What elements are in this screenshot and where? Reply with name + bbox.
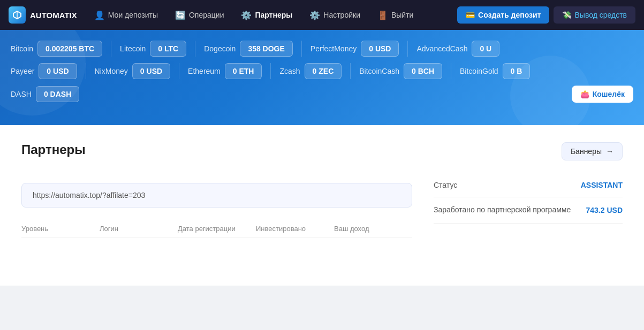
dash-label: DASH bbox=[11, 90, 32, 98]
perfectmoney-label: PerfectMoney bbox=[310, 44, 357, 53]
status-label: Статус bbox=[434, 181, 457, 189]
nav-logout[interactable]: 🚪 Выйти bbox=[371, 7, 420, 24]
balance-row-1: Bitcoin 0.002205 BTC Litecoin 0 LTC Doge… bbox=[11, 41, 633, 57]
earned-label: Заработано по партнерской программе bbox=[434, 205, 571, 216]
partners-header: Партнеры bbox=[21, 142, 412, 170]
dogecoin-label: Dogecoin bbox=[204, 44, 236, 53]
zcash-value: 0 ZEC bbox=[305, 63, 342, 79]
col-level: Уровень bbox=[21, 225, 100, 233]
col-login: Логин bbox=[100, 225, 178, 233]
balance-bitcoin: Bitcoin 0.002205 BTC bbox=[11, 41, 102, 57]
affiliate-link-text: https://automatix.top/?affilate=203 bbox=[33, 191, 145, 199]
create-deposit-button[interactable]: 💳 Создать депозит bbox=[457, 6, 549, 24]
bitcoincash-value: 0 BCH bbox=[404, 63, 442, 79]
main-content: Партнеры https://automatix.top/?affilate… bbox=[0, 125, 644, 286]
litecoin-label: Litecoin bbox=[120, 44, 146, 53]
bitcoingold-value: 0 B bbox=[503, 63, 531, 79]
nav-logout-label: Выйти bbox=[391, 11, 413, 19]
table-header: Уровень Логин Дата регистрации Инвестиро… bbox=[21, 220, 412, 237]
sep3 bbox=[301, 41, 302, 57]
balance-perfectmoney: PerfectMoney 0 USD bbox=[310, 41, 399, 57]
balance-dogecoin: Dogecoin 358 DOGE bbox=[204, 41, 293, 57]
create-deposit-label: Создать депозит bbox=[478, 11, 541, 19]
nav-operations-label: Операции bbox=[189, 11, 224, 19]
earned-value: 743.2 USD bbox=[586, 206, 623, 214]
bitcoin-label: Bitcoin bbox=[11, 44, 33, 53]
ethereum-value: 0 ETH bbox=[225, 63, 262, 79]
affiliate-link-box[interactable]: https://automatix.top/?affilate=203 bbox=[21, 183, 412, 208]
operations-icon: 🔄 bbox=[175, 10, 186, 20]
bitcoin-value: 0.002205 BTC bbox=[37, 41, 102, 57]
zcash-label: Zcash bbox=[279, 67, 300, 75]
withdraw-icon: 💸 bbox=[562, 11, 571, 19]
nav-settings-label: Настройки bbox=[323, 11, 360, 19]
navbar: AUTOMATIX 👤 Мои депозиты 🔄 Операции ⚙️ П… bbox=[0, 0, 644, 30]
sep2 bbox=[195, 41, 195, 57]
ethereum-label: Ethereum bbox=[188, 67, 221, 75]
sep4 bbox=[407, 41, 408, 57]
balance-bitcoingold: BitcoinGold 0 B bbox=[460, 63, 530, 79]
sep7 bbox=[270, 63, 271, 79]
balance-advancedcash: AdvancedCash 0 U bbox=[416, 41, 499, 57]
dogecoin-value: 358 DOGE bbox=[240, 41, 292, 57]
balance-header: Bitcoin 0.002205 BTC Litecoin 0 LTC Doge… bbox=[0, 30, 644, 125]
balance-litecoin: Litecoin 0 LTC bbox=[120, 41, 186, 57]
wallet-icon: 👛 bbox=[580, 90, 589, 98]
withdraw-button[interactable]: 💸 Вывод средств bbox=[554, 6, 635, 24]
balance-zcash: Zcash 0 ZEC bbox=[279, 63, 342, 79]
perfectmoney-value: 0 USD bbox=[361, 41, 399, 57]
payeer-value: 0 USD bbox=[39, 63, 77, 79]
nav-partners-label: Партнеры bbox=[255, 11, 292, 19]
nav-deposits[interactable]: 👤 Мои депозиты bbox=[88, 7, 164, 24]
nav-partners[interactable]: ⚙️ Партнеры bbox=[234, 7, 299, 24]
balance-row-2: Payeer 0 USD NixMoney 0 USD Ethereum 0 E… bbox=[11, 63, 633, 79]
nav-operations[interactable]: 🔄 Операции bbox=[169, 7, 231, 24]
earned-row: Заработано по партнерской программе 743.… bbox=[434, 197, 623, 224]
partners-right: Баннеры → Статус ASSISTANT Заработано по… bbox=[434, 142, 623, 224]
sep1 bbox=[111, 41, 111, 57]
col-income: Ваш доход bbox=[334, 225, 412, 233]
nav-settings[interactable]: ⚙️ Настройки bbox=[303, 7, 367, 24]
wallet-label: Кошелёк bbox=[593, 90, 625, 98]
litecoin-value: 0 LTC bbox=[150, 41, 186, 57]
advancedcash-value: 0 U bbox=[472, 41, 499, 57]
balance-ethereum: Ethereum 0 ETH bbox=[188, 63, 262, 79]
bitcoincash-label: BitcoinCash bbox=[359, 67, 399, 75]
sep9 bbox=[451, 63, 451, 79]
partners-left: Партнеры https://automatix.top/?affilate… bbox=[21, 142, 412, 237]
status-row: Статус ASSISTANT bbox=[434, 173, 623, 197]
balance-dash: DASH 0 DASH bbox=[11, 86, 79, 102]
banners-label: Баннеры bbox=[571, 147, 602, 156]
wallet-button[interactable]: 👛 Кошелёк bbox=[572, 86, 633, 103]
payeer-label: Payeer bbox=[11, 67, 34, 75]
balance-nixmoney: NixMoney 0 USD bbox=[95, 63, 170, 79]
col-invested: Инвестировано bbox=[256, 225, 334, 233]
brand-name: AUTOMATIX bbox=[30, 11, 77, 20]
sep6 bbox=[179, 63, 179, 79]
balance-bitcoincash: BitcoinCash 0 BCH bbox=[359, 63, 442, 79]
logo-icon bbox=[9, 6, 26, 24]
brand-logo: AUTOMATIX bbox=[9, 6, 77, 24]
dash-value: 0 DASH bbox=[36, 86, 79, 102]
settings-icon: ⚙️ bbox=[309, 10, 320, 20]
partners-layout: Партнеры https://automatix.top/?affilate… bbox=[21, 142, 623, 237]
advancedcash-label: AdvancedCash bbox=[416, 44, 467, 53]
partners-icon: ⚙️ bbox=[241, 10, 252, 20]
deposits-icon: 👤 bbox=[94, 10, 105, 20]
banners-button[interactable]: Баннеры → bbox=[562, 142, 623, 160]
nixmoney-value: 0 USD bbox=[132, 63, 170, 79]
nav-deposits-label: Мои депозиты bbox=[108, 11, 158, 19]
bitcoingold-label: BitcoinGold bbox=[460, 67, 498, 75]
arrow-right-icon: → bbox=[606, 147, 613, 156]
sep5 bbox=[86, 63, 86, 79]
balance-payeer: Payeer 0 USD bbox=[11, 63, 77, 79]
logout-icon: 🚪 bbox=[377, 10, 388, 20]
nixmoney-label: NixMoney bbox=[95, 67, 128, 75]
page-title: Партнеры bbox=[21, 142, 86, 157]
col-date: Дата регистрации bbox=[178, 225, 256, 233]
sep8 bbox=[350, 63, 351, 79]
balance-row-3: DASH 0 DASH 👛 Кошелёк bbox=[11, 86, 633, 103]
create-deposit-icon: 💳 bbox=[466, 11, 475, 19]
status-value: ASSISTANT bbox=[581, 181, 623, 189]
withdraw-label: Вывод средств bbox=[574, 11, 627, 19]
